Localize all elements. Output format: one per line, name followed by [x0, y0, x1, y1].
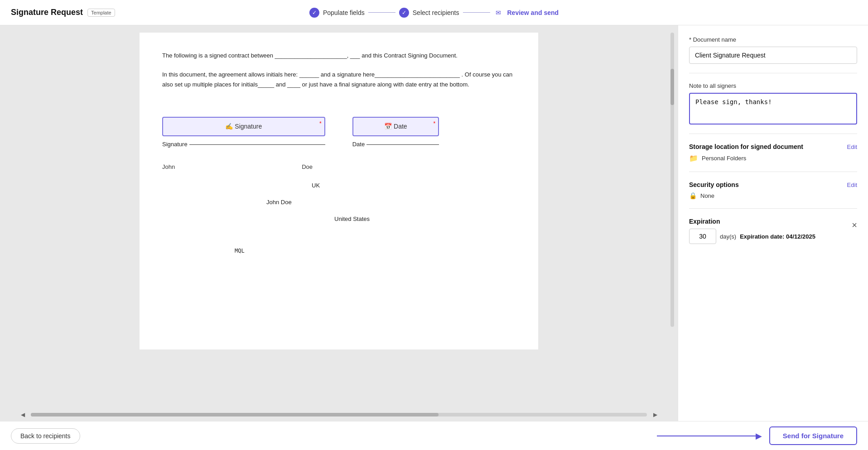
security-group: Security options Edit 🔒 None [689, 181, 857, 199]
folder-icon: 📁 [689, 154, 698, 163]
lock-icon: 🔒 [689, 192, 697, 199]
expiration-date-text: Expiration date: 04/12/2025 [740, 233, 815, 240]
scroll-left-arrow[interactable]: ◀ [18, 410, 27, 419]
expiration-row: day(s) Expiration date: 04/12/2025 [689, 229, 857, 244]
signature-field[interactable]: ✍ Signature * [162, 117, 325, 136]
divider-3 [689, 172, 857, 172]
arrow-head-icon: ▶ [756, 431, 762, 441]
right-panel: * Document name Note to all signers Plea… [678, 25, 868, 421]
template-badge: Template [87, 9, 115, 17]
document-name-label: * Document name [689, 36, 857, 43]
scroll-right-arrow[interactable]: ▶ [651, 410, 660, 419]
expiration-days-label: day(s) [720, 233, 736, 240]
name-last: Doe [302, 163, 313, 172]
document-name-input[interactable] [689, 47, 857, 64]
signature-field-label: ✍ Signature [225, 121, 262, 131]
expiration-group: Expiration day(s) Expiration date: 04/12… [689, 218, 857, 244]
send-arrow-decoration: ▶ [657, 431, 762, 441]
storage-title: Storage location for signed document [689, 143, 803, 150]
divider-4 [689, 208, 857, 209]
document-scroll-area: The following is a signed contract betwe… [14, 33, 663, 349]
full-name: John Doe [266, 199, 292, 206]
vertical-scrollbar[interactable] [670, 33, 674, 327]
doc-paragraph-1: The following is a signed contract betwe… [162, 51, 516, 61]
step-review-icon: ✉ [493, 8, 503, 18]
step-populate-icon: ✓ [309, 8, 319, 18]
note-label: Note to all signers [689, 82, 857, 89]
country2-row: United States [334, 215, 516, 224]
date-col: 📅 Date * Date [352, 117, 439, 149]
horizontal-scroll-track[interactable] [31, 413, 647, 416]
signature-date-row: ✍ Signature * Signature 📅 D [162, 117, 516, 149]
send-area: ▶ Send for Signature [657, 426, 857, 445]
modal-title: Signature Request Template [11, 8, 115, 17]
note-group: Note to all signers Please sign, thanks! [689, 82, 857, 124]
storage-header-row: Storage location for signed document Edi… [689, 143, 857, 150]
date-field-label: 📅 Date [384, 121, 407, 131]
divider-1 [689, 73, 857, 73]
doc-paragraph-2: In this document, the agreement allows i… [162, 70, 516, 90]
step-divider-1 [368, 12, 395, 13]
document-page: The following is a signed contract betwe… [140, 33, 538, 349]
security-header-row: Security options Edit [689, 181, 857, 188]
horizontal-scroll-thumb[interactable] [31, 413, 439, 416]
title-text: Signature Request [11, 8, 83, 17]
name-first: John [162, 163, 175, 172]
country-row: UK [312, 181, 516, 191]
date-line: Date [352, 140, 439, 149]
horizontal-scrollbar-container: ◀ ▶ [0, 408, 678, 421]
step-populate-label: Populate fields [323, 9, 365, 16]
sig-underline [189, 144, 325, 145]
date-field[interactable]: 📅 Date * [352, 117, 439, 136]
expiration-title: Expiration [689, 218, 857, 225]
expiration-days-input[interactable] [689, 229, 716, 244]
step-review-label: Review and send [507, 9, 559, 16]
storage-folder-label: Personal Folders [702, 155, 746, 162]
modal-header: Signature Request Template ✓ Populate fi… [0, 0, 868, 25]
date-underline [366, 144, 439, 145]
storage-group: Storage location for signed document Edi… [689, 143, 857, 163]
name-row: John Doe [162, 163, 516, 172]
bottom-bar: Back to recipients ▶ Send for Signature [0, 421, 868, 450]
code-row: MQL [235, 247, 516, 255]
security-edit-link[interactable]: Edit [847, 182, 857, 188]
security-value-row: 🔒 None [689, 192, 857, 199]
storage-folder-row: 📁 Personal Folders [689, 154, 857, 163]
arrow-track [657, 436, 757, 436]
divider-2 [689, 134, 857, 134]
steps-indicator: ✓ Populate fields ✓ Select recipients ✉ … [309, 8, 559, 18]
signature-required-star: * [319, 120, 322, 128]
security-value: None [700, 192, 714, 199]
signature-line: Signature [162, 140, 325, 149]
country: UK [312, 182, 320, 189]
security-title: Security options [689, 181, 739, 188]
document-area: The following is a signed contract betwe… [0, 25, 678, 421]
step-divider-2 [463, 12, 490, 13]
date-line-label: Date [352, 140, 365, 149]
main-area: The following is a signed contract betwe… [0, 25, 868, 421]
back-to-recipients-button[interactable]: Back to recipients [11, 428, 80, 444]
note-textarea[interactable]: Please sign, thanks! [689, 93, 857, 124]
code: MQL [235, 248, 245, 254]
step-review: ✉ Review and send [493, 8, 559, 18]
scrollbar-thumb[interactable] [670, 69, 674, 105]
close-button[interactable]: × [852, 220, 857, 230]
document-name-group: * Document name [689, 36, 857, 64]
send-for-signature-button[interactable]: Send for Signature [769, 426, 857, 445]
country2: United States [334, 215, 370, 222]
sig-line-label: Signature [162, 140, 188, 149]
date-required-star: * [433, 120, 435, 128]
signature-col: ✍ Signature * Signature [162, 117, 325, 149]
fullname-row: John Doe [266, 198, 516, 207]
storage-edit-link[interactable]: Edit [847, 144, 857, 150]
step-recipients-icon: ✓ [399, 8, 409, 18]
step-populate: ✓ Populate fields [309, 8, 365, 18]
step-recipients-label: Select recipients [413, 9, 459, 16]
step-recipients: ✓ Select recipients [399, 8, 459, 18]
